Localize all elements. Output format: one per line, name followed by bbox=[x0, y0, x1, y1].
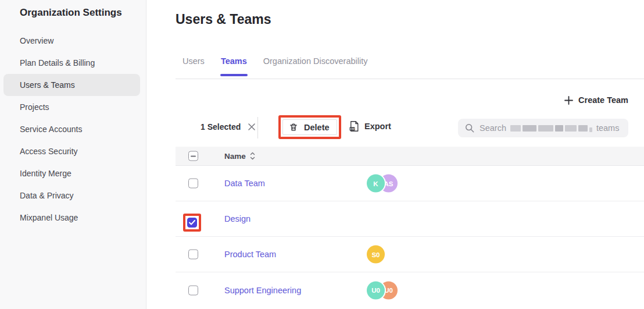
search-placeholder: Search teams bbox=[480, 123, 619, 133]
svg-text:csv: csv bbox=[350, 127, 355, 130]
team-link-design[interactable]: Design bbox=[224, 214, 251, 223]
bulk-actions-toolbar: 1 Selected Delete bbox=[146, 115, 644, 141]
create-team-button[interactable]: Create Team bbox=[564, 95, 628, 105]
tab-organization-discoverability[interactable]: Organization Discoverability bbox=[263, 55, 368, 76]
csv-file-icon: csv bbox=[349, 120, 359, 132]
selection-count: 1 Selected bbox=[201, 122, 256, 132]
row-checkbox-product-team[interactable] bbox=[188, 250, 198, 260]
search-icon bbox=[465, 123, 474, 133]
table-header-row: Name bbox=[176, 147, 644, 166]
sidebar-item-plan-details-billing[interactable]: Plan Details & Billing bbox=[3, 52, 140, 74]
team-link-data-team[interactable]: Data Team bbox=[224, 179, 265, 188]
sidebar-item-service-accounts[interactable]: Service Accounts bbox=[3, 118, 140, 140]
create-team-label: Create Team bbox=[578, 95, 628, 105]
delete-button-label: Delete bbox=[304, 123, 330, 132]
sidebar-item-data-privacy[interactable]: Data & Privacy bbox=[3, 184, 140, 207]
indeterminate-dash bbox=[191, 155, 196, 157]
table-row: Design bbox=[176, 201, 644, 237]
tab-users-label: Users bbox=[183, 56, 205, 66]
plus-icon bbox=[564, 96, 573, 105]
sidebar-item-access-security[interactable]: Access Security bbox=[3, 140, 140, 162]
avatar: S0 bbox=[367, 246, 385, 264]
name-column-header[interactable]: Name bbox=[224, 152, 255, 161]
tab-bar: Users Teams Organization Discoverability bbox=[182, 55, 368, 76]
delete-highlight-box: Delete bbox=[278, 115, 341, 139]
main-content: Users & Teams Users Teams Organization D… bbox=[146, 0, 644, 309]
sidebar-item-users-teams[interactable]: Users & Teams bbox=[3, 74, 140, 96]
avatar: U0 bbox=[367, 281, 385, 299]
settings-sidebar: Organization Settings Overview Plan Deta… bbox=[0, 0, 146, 309]
team-link-support-engineering[interactable]: Support Engineering bbox=[224, 286, 301, 295]
clear-selection-icon[interactable] bbox=[248, 123, 256, 131]
selection-count-label: 1 Selected bbox=[201, 122, 241, 132]
sidebar-item-overview[interactable]: Overview bbox=[3, 30, 140, 52]
tab-org-discoverability-label: Organization Discoverability bbox=[263, 56, 368, 66]
sort-icon bbox=[250, 152, 255, 160]
sidebar-item-identity-merge[interactable]: Identity Merge bbox=[3, 162, 140, 184]
table-row: Support Engineering U0 U0 bbox=[176, 272, 644, 308]
toolbar-divider bbox=[257, 117, 258, 138]
export-button-label: Export bbox=[364, 122, 391, 131]
row-checkbox-design[interactable] bbox=[187, 218, 197, 228]
organization-settings-page: Organization Settings Overview Plan Deta… bbox=[0, 0, 644, 309]
name-column-label: Name bbox=[224, 152, 246, 161]
sidebar-item-mixpanel-usage[interactable]: Mixpanel Usage bbox=[3, 207, 140, 229]
checkmark-icon bbox=[189, 220, 195, 225]
search-teams-input[interactable]: Search teams bbox=[458, 119, 628, 137]
row-checkbox-cell bbox=[188, 179, 198, 189]
sidebar-title: Organization Settings bbox=[0, 0, 146, 19]
row-checkbox-cell bbox=[188, 285, 198, 295]
table-row: Data Team K AS bbox=[176, 166, 644, 201]
table-row: Product Team S0 bbox=[176, 237, 644, 272]
tab-users[interactable]: Users bbox=[182, 55, 205, 76]
member-avatars: K AS bbox=[367, 175, 398, 193]
trash-icon bbox=[289, 122, 298, 132]
search-placeholder-prefix: Search bbox=[480, 123, 506, 133]
sidebar-nav: Overview Plan Details & Billing Users & … bbox=[0, 30, 146, 229]
row-checkbox-cell bbox=[188, 250, 198, 260]
active-tab-underline bbox=[220, 74, 248, 76]
search-placeholder-suffix: teams bbox=[596, 123, 620, 133]
row-checkbox-support-engineering[interactable] bbox=[188, 285, 198, 295]
select-all-checkbox[interactable] bbox=[188, 151, 198, 161]
row-checkbox-data-team[interactable] bbox=[188, 179, 198, 189]
member-avatars: S0 bbox=[367, 246, 385, 264]
tab-teams[interactable]: Teams bbox=[220, 55, 248, 76]
team-link-product-team[interactable]: Product Team bbox=[224, 250, 276, 259]
delete-button[interactable]: Delete bbox=[282, 119, 337, 135]
checkbox-highlight-box bbox=[183, 214, 201, 232]
member-avatars: U0 U0 bbox=[367, 281, 398, 299]
page-title: Users & Teams bbox=[176, 12, 271, 27]
redacted-org-name bbox=[510, 125, 592, 132]
select-all-cell bbox=[188, 151, 198, 161]
tabs-divider bbox=[176, 79, 644, 79]
teams-table: Name Data Team K AS bbox=[176, 147, 644, 308]
sidebar-item-projects[interactable]: Projects bbox=[3, 96, 140, 118]
avatar: K bbox=[367, 175, 385, 193]
export-button[interactable]: csv Export bbox=[349, 120, 391, 132]
tab-teams-label: Teams bbox=[221, 56, 247, 66]
